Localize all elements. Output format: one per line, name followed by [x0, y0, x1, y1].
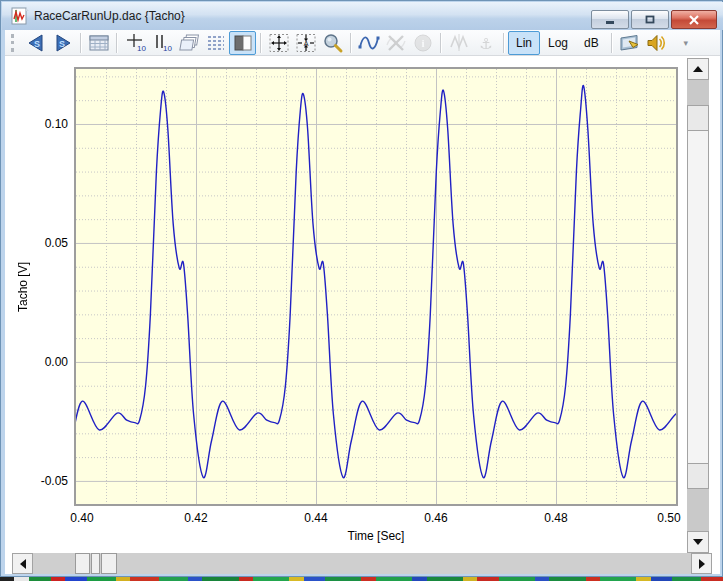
vertical-track-lower[interactable] — [687, 489, 709, 531]
scroll-down-button[interactable] — [687, 531, 709, 553]
up-arrow-icon — [693, 66, 703, 72]
restore-icon — [644, 14, 656, 25]
restore-button[interactable] — [631, 10, 669, 29]
db-scale-button[interactable]: dB — [576, 31, 607, 55]
svg-text:S: S — [33, 38, 39, 48]
toolbar-overflow-icon[interactable]: ▾ — [680, 39, 692, 47]
svg-text:10: 10 — [163, 44, 172, 53]
down-arrow-icon — [693, 539, 703, 545]
log-scale-button[interactable]: Log — [540, 31, 576, 55]
vertical-scrollbar[interactable] — [687, 58, 709, 553]
toolbar-separator — [503, 33, 504, 53]
grid-view-button[interactable] — [85, 31, 112, 55]
horizontal-scrollbar[interactable] — [12, 553, 712, 574]
plot-client-area: 0.100.050.00-0.05 0.400.420.440.460.480.… — [5, 56, 720, 574]
next-screen-button[interactable]: S — [49, 31, 76, 55]
svg-text:i: i — [421, 37, 424, 49]
cursor-band-button[interactable]: 10 — [148, 31, 175, 55]
cursor-crosshair-button[interactable]: 10 — [121, 31, 148, 55]
waveform-document-icon — [11, 7, 29, 25]
anchor-button[interactable]: ⚓ — [472, 31, 499, 55]
svg-text:⚓: ⚓ — [479, 35, 492, 53]
x-tick-label: 0.44 — [294, 510, 338, 526]
x-tick-label: 0.40 — [60, 510, 104, 526]
close-icon — [688, 15, 700, 25]
autoscale-button[interactable]: A — [292, 31, 319, 55]
toolbar: SS1010Ai⚓LinLogdB▾ — [5, 30, 720, 56]
window-title: RaceCarRunUp.dac {Tacho} — [34, 9, 185, 23]
prev-screen-button[interactable]: S — [22, 31, 49, 55]
toolbar-separator — [260, 33, 261, 53]
screen: RaceCarRunUp.dac {Tacho} SS1010Ai⚓LinLog… — [0, 0, 723, 581]
svg-text:A: A — [303, 40, 308, 47]
toolbar-separator — [440, 33, 441, 53]
toolbar-separator — [116, 33, 117, 53]
toolbar-separator — [611, 33, 612, 53]
thumb-top-handle[interactable] — [688, 106, 708, 131]
horizontal-thumb-left-handle[interactable] — [75, 553, 90, 574]
scroll-left-button[interactable] — [12, 553, 33, 574]
lin-scale-button[interactable]: Lin — [508, 31, 540, 55]
send-to-display-button[interactable] — [616, 31, 643, 55]
expand-scale-button[interactable] — [265, 31, 292, 55]
vertical-scroll-thumb[interactable] — [687, 105, 709, 489]
x-tick-label: 0.42 — [174, 510, 218, 526]
svg-text:10: 10 — [137, 44, 146, 53]
plot-canvas[interactable] — [76, 69, 676, 504]
thumb-bottom-handle[interactable] — [688, 463, 708, 488]
dashed-display-button[interactable] — [202, 31, 229, 55]
delete-curve-button[interactable] — [382, 31, 409, 55]
left-arrow-icon — [20, 559, 26, 569]
tolerance-overlay-button[interactable] — [445, 31, 472, 55]
right-arrow-icon — [699, 559, 705, 569]
minimize-icon — [604, 15, 616, 25]
vertical-track-upper[interactable] — [687, 80, 709, 105]
horizontal-thumb-right-handle[interactable] — [101, 553, 117, 574]
audio-replay-button[interactable] — [643, 31, 670, 55]
x-tick-label: 0.50 — [647, 510, 691, 526]
toolbar-separator — [80, 33, 81, 53]
x-axis-title: Time [Sec] — [76, 529, 676, 543]
toolbar-grip[interactable] — [11, 34, 17, 52]
scroll-up-button[interactable] — [687, 58, 709, 80]
y-axis-title: Tacho [V] — [13, 69, 33, 504]
scroll-right-button[interactable] — [691, 553, 712, 574]
toolbar-separator — [350, 33, 351, 53]
horizontal-thumb-grip[interactable] — [91, 553, 100, 574]
app-window: RaceCarRunUp.dac {Tacho} SS1010Ai⚓LinLog… — [0, 0, 723, 577]
x-tick-label: 0.46 — [414, 510, 458, 526]
minimize-button[interactable] — [591, 10, 629, 29]
zoom-button[interactable] — [319, 31, 346, 55]
info-button[interactable]: i — [409, 31, 436, 55]
svg-text:S: S — [58, 38, 64, 48]
solid-display-button[interactable] — [229, 31, 256, 55]
edit-curve-button[interactable] — [355, 31, 382, 55]
overlay-layers-button[interactable] — [175, 31, 202, 55]
x-tick-label: 0.48 — [534, 510, 578, 526]
close-button[interactable] — [671, 10, 717, 29]
title-bar[interactable]: RaceCarRunUp.dac {Tacho} — [2, 2, 723, 30]
